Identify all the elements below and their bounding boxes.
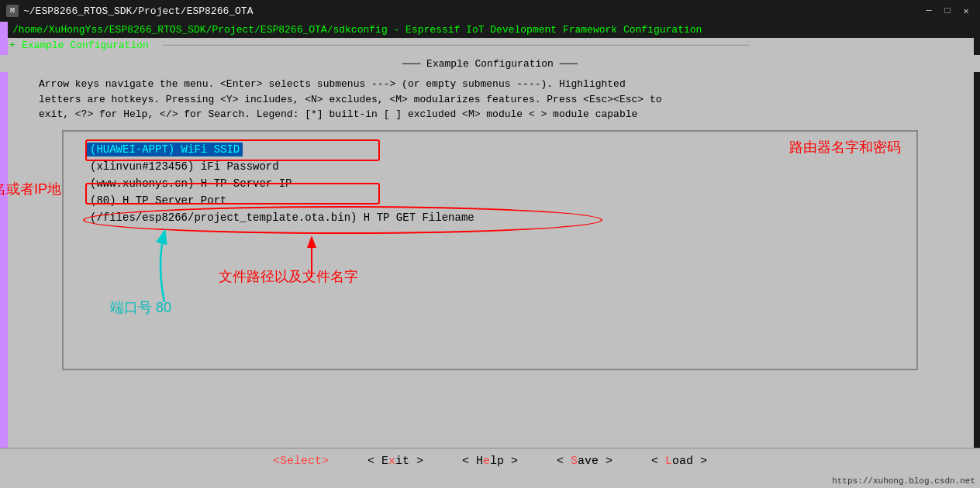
app-icon: M	[6, 5, 19, 17]
window-controls: — □ ✕	[921, 3, 974, 19]
window-title: ~/ESP8266_RTOS_SDK/Project/ESP8266_OTA	[23, 5, 253, 17]
title-bar-left: M ~/ESP8266_RTOS_SDK/Project/ESP8266_OTA	[6, 5, 253, 17]
example-config-title: ─── Example Configuration ───	[396, 57, 584, 70]
annotation-router-label: 路由器名字和密码	[789, 138, 901, 156]
instruction-line-3: exit, <?> for Help, </> for Search. Lege…	[39, 107, 943, 122]
help-button[interactable]: < Help >	[462, 455, 518, 468]
instruction-line-2: letters are hotkeys. Pressing <Y> includ…	[39, 92, 943, 108]
config-item-5[interactable]: (/files/esp8266/project_template.ota.bin…	[87, 211, 893, 225]
minimize-button[interactable]: —	[921, 3, 937, 19]
config-item-1[interactable]: (HUAWEI-APPT) WiFi SSID	[87, 143, 893, 156]
config-item-2[interactable]: (xlinvun#123456) iFi Password	[87, 160, 893, 174]
annotation-domain-label: 域名或者IP地址	[0, 180, 71, 217]
load-button[interactable]: < Load >	[651, 455, 707, 468]
status-url: https://xuhong.blog.csdn.net	[832, 476, 975, 486]
title-bar: M ~/ESP8266_RTOS_SDK/Project/ESP8266_OTA…	[0, 0, 980, 22]
button-bar: <Select> < Exit > < Help > < Save > < Lo…	[0, 448, 980, 474]
config-panel: (HUAWEI-APPT) WiFi SSID (xlinvun#123456)…	[62, 130, 918, 370]
left-accent-strip	[0, 22, 8, 465]
config-item-4[interactable]: (80) H TP Server Port	[87, 194, 893, 208]
right-scroll-strip	[974, 22, 980, 465]
header-dashes: ────────────────────────────────────────…	[163, 40, 750, 51]
instruction-line-1: Arrow keys navigate the menu. <Enter> se…	[39, 77, 943, 92]
exit-button[interactable]: < Exit >	[368, 455, 423, 468]
select-button[interactable]: <Select>	[273, 455, 329, 468]
instruction-area: Arrow keys navigate the menu. <Enter> se…	[8, 72, 974, 127]
status-bar: https://xuhong.blog.csdn.net	[0, 474, 980, 488]
red-arrow	[288, 223, 335, 285]
config-item-3[interactable]: (www.xuhonys.cn) H TP Server IP	[87, 177, 893, 191]
path-text: /home/XuHongYss/ESP8266_RTOS_SDK/Project…	[12, 24, 702, 36]
path-bar: /home/XuHongYss/ESP8266_RTOS_SDK/Project…	[8, 22, 974, 38]
plus-sign: +	[9, 40, 16, 51]
maximize-button[interactable]: □	[940, 3, 955, 19]
example-config-label: Example Configuration	[22, 40, 149, 51]
cyan-arrow	[141, 201, 203, 310]
close-button[interactable]: ✕	[958, 3, 974, 19]
save-button[interactable]: < Save >	[557, 455, 612, 468]
